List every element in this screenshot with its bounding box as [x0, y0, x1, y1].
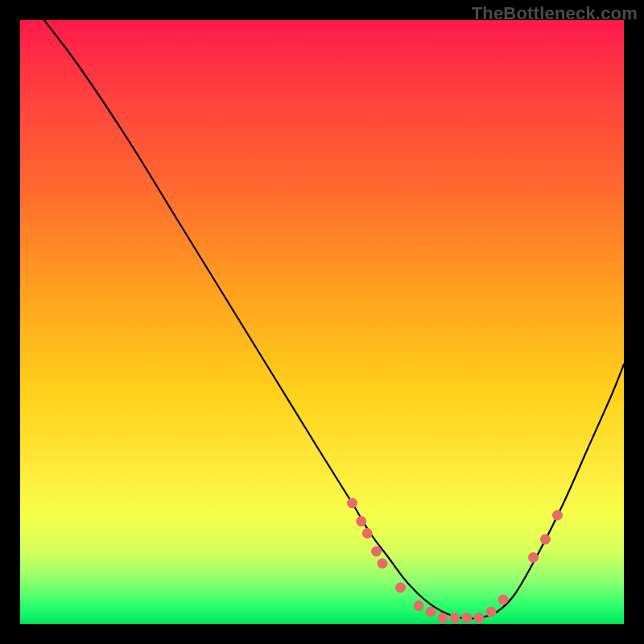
data-marker	[426, 607, 436, 617]
data-marker	[462, 613, 473, 623]
data-marker	[371, 547, 382, 557]
data-marker	[450, 613, 460, 623]
data-marker	[540, 535, 551, 545]
bottleneck-curve	[44, 20, 624, 618]
data-markers	[347, 498, 563, 624]
data-marker	[474, 613, 485, 623]
data-marker	[498, 595, 509, 605]
data-marker	[378, 559, 388, 569]
chart-frame: TheBottleneck.com	[0, 0, 644, 644]
plot-area	[20, 20, 624, 624]
data-marker	[528, 552, 539, 563]
data-marker	[552, 510, 563, 521]
data-marker	[414, 601, 424, 611]
data-marker	[486, 607, 497, 617]
data-marker	[356, 516, 366, 526]
data-marker	[395, 583, 406, 593]
data-marker	[362, 528, 373, 539]
data-marker	[347, 498, 357, 509]
curve-svg	[20, 20, 624, 624]
data-marker	[438, 613, 448, 623]
